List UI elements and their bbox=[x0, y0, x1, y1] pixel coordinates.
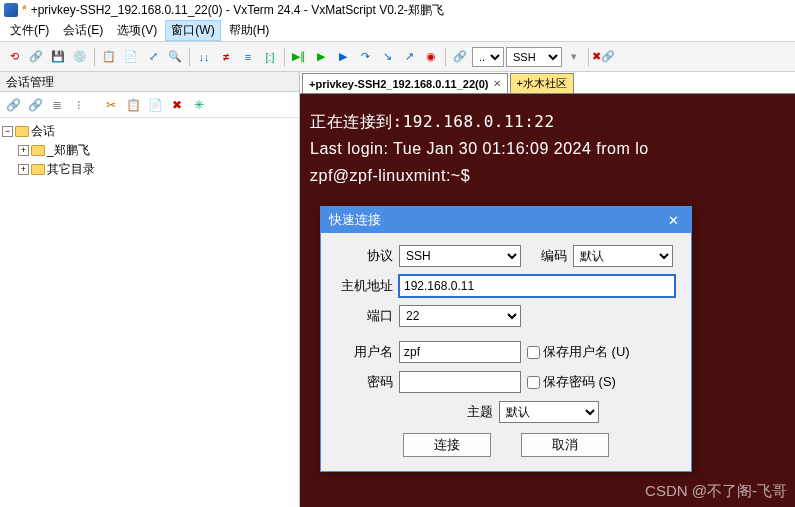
disk-icon[interactable]: 💿 bbox=[70, 47, 90, 67]
play3-icon[interactable]: ▶ bbox=[333, 47, 353, 67]
toolbar-combo-1[interactable]: ... bbox=[472, 47, 504, 67]
search-icon[interactable]: 🔍 bbox=[165, 47, 185, 67]
label-protocol: 协议 bbox=[337, 247, 393, 265]
window-title: +privkey-SSH2_192.168.0.11_22(0) - VxTer… bbox=[31, 2, 444, 19]
app-icon bbox=[4, 3, 18, 17]
port-select[interactable]: 22 bbox=[399, 305, 521, 327]
play-icon[interactable]: ▶∥ bbox=[289, 47, 309, 67]
session-tree: − 会话 + _郑鹏飞 + 其它目录 bbox=[0, 118, 299, 183]
toolbar-sep bbox=[189, 48, 190, 66]
dialog-titlebar: 快速连接 ✕ bbox=[321, 207, 691, 233]
play2-icon[interactable]: ▶ bbox=[311, 47, 331, 67]
tab-community[interactable]: +水木社区 bbox=[510, 73, 574, 93]
save-username-checkbox[interactable]: 保存用户名 (U) bbox=[527, 343, 630, 361]
expand-icon[interactable]: ⤢ bbox=[143, 47, 163, 67]
stepin-icon[interactable]: ↘ bbox=[377, 47, 397, 67]
dialog-body: 协议 SSH 编码 默认 主机地址 端口 22 用户名 保存用户名 (U) 密码… bbox=[321, 233, 691, 471]
notequal-icon[interactable]: ≠ bbox=[216, 47, 236, 67]
paste-icon[interactable]: 📄 bbox=[121, 47, 141, 67]
dropdown-icon[interactable]: ▾ bbox=[564, 47, 584, 67]
tree-node-label: 其它目录 bbox=[47, 161, 95, 178]
stepover-icon[interactable]: ↷ bbox=[355, 47, 375, 67]
password-input[interactable] bbox=[399, 371, 521, 393]
terminal-prompt: zpf@zpf-linuxmint:~$ bbox=[310, 162, 785, 189]
label-encoding: 编码 bbox=[541, 247, 567, 265]
tree-node-2[interactable]: + 其它目录 bbox=[2, 160, 297, 179]
group-icon[interactable]: [:] bbox=[260, 47, 280, 67]
sess-list-icon[interactable]: ≣ bbox=[48, 96, 66, 114]
save-icon[interactable]: 💾 bbox=[48, 47, 68, 67]
reconnect-icon[interactable]: ⟲ bbox=[4, 47, 24, 67]
encoding-select[interactable]: 默认 bbox=[573, 245, 673, 267]
session-sidebar: 会话管理 🔗 🔗 ≣ ⫶ ✂ 📋 📄 ✖ ✳ − 会话 + _郑鹏飞 bbox=[0, 72, 300, 507]
save-password-checkbox[interactable]: 保存密码 (S) bbox=[527, 373, 616, 391]
link-icon[interactable]: 🔗 bbox=[26, 47, 46, 67]
main-toolbar: ⟲ 🔗 💾 💿 📋 📄 ⤢ 🔍 ↓↓ ≠ ≡ [:] ▶∥ ▶ ▶ ↷ ↘ ↗ … bbox=[0, 42, 795, 72]
menu-options[interactable]: 选项(V) bbox=[111, 20, 163, 41]
terminal-tabbar: +privkey-SSH2_192.168.0.11_22(0) ✕ +水木社区 bbox=[300, 72, 795, 94]
folder-icon bbox=[31, 145, 45, 156]
sess-link-red-icon[interactable]: 🔗 bbox=[4, 96, 22, 114]
theme-select[interactable]: 默认 bbox=[499, 401, 599, 423]
label-user: 用户名 bbox=[337, 343, 393, 361]
tree-root-label: 会话 bbox=[31, 123, 55, 140]
sess-star-icon[interactable]: ✳ bbox=[190, 96, 208, 114]
link2-icon[interactable]: 🔗 bbox=[450, 47, 470, 67]
copy-icon[interactable]: 📋 bbox=[99, 47, 119, 67]
toolbar-sep bbox=[588, 48, 589, 66]
sess-copy-icon[interactable]: 📋 bbox=[124, 96, 142, 114]
tab-label: +水木社区 bbox=[517, 76, 567, 91]
collapse-icon[interactable]: − bbox=[2, 126, 13, 137]
connect-button[interactable]: 连接 bbox=[403, 433, 491, 457]
stepout-icon[interactable]: ↗ bbox=[399, 47, 419, 67]
expand-icon[interactable]: + bbox=[18, 145, 29, 156]
username-input[interactable] bbox=[399, 341, 521, 363]
tree-node-label: _郑鹏飞 bbox=[47, 142, 90, 159]
window-titlebar: * +privkey-SSH2_192.168.0.11_22(0) - VxT… bbox=[0, 0, 795, 20]
sidebar-title: 会话管理 bbox=[0, 72, 299, 92]
sess-sort-icon[interactable]: ⫶ bbox=[70, 96, 88, 114]
menu-session[interactable]: 会话(E) bbox=[57, 20, 109, 41]
stop-icon[interactable]: ◉ bbox=[421, 47, 441, 67]
tree-node-1[interactable]: + _郑鹏飞 bbox=[2, 141, 297, 160]
label-theme: 主题 bbox=[467, 403, 493, 421]
menu-file[interactable]: 文件(F) bbox=[4, 20, 55, 41]
label-pass: 密码 bbox=[337, 373, 393, 391]
disconnect-icon[interactable]: ✖🔗 bbox=[593, 47, 613, 67]
tab-session[interactable]: +privkey-SSH2_192.168.0.11_22(0) ✕ bbox=[302, 73, 508, 93]
toolbar-sep bbox=[445, 48, 446, 66]
toolbar-combo-protocol[interactable]: SSH bbox=[506, 47, 562, 67]
sess-cut-icon[interactable]: ✂ bbox=[102, 96, 120, 114]
terminal-line: 正在连接到:192.168.0.11:22 bbox=[310, 108, 785, 135]
expand-icon[interactable]: + bbox=[18, 164, 29, 175]
modified-star: * bbox=[22, 3, 27, 17]
quick-connect-dialog: 快速连接 ✕ 协议 SSH 编码 默认 主机地址 端口 22 用户名 保存用户名… bbox=[320, 206, 692, 472]
protocol-select[interactable]: SSH bbox=[399, 245, 521, 267]
folder-icon bbox=[31, 164, 45, 175]
terminal-line: Last login: Tue Jan 30 01:16:09 2024 fro… bbox=[310, 135, 785, 162]
sess-link-blue-icon[interactable]: 🔗 bbox=[26, 96, 44, 114]
dialog-title: 快速连接 bbox=[329, 211, 381, 229]
menubar: 文件(F) 会话(E) 选项(V) 窗口(W) 帮助(H) bbox=[0, 20, 795, 42]
label-host: 主机地址 bbox=[337, 277, 393, 295]
menu-help[interactable]: 帮助(H) bbox=[223, 20, 276, 41]
cancel-button[interactable]: 取消 bbox=[521, 433, 609, 457]
close-icon[interactable]: ✕ bbox=[493, 78, 501, 89]
toolbar-sep bbox=[284, 48, 285, 66]
lines-icon[interactable]: ≡ bbox=[238, 47, 258, 67]
close-icon[interactable]: ✕ bbox=[663, 210, 683, 230]
down-icon[interactable]: ↓↓ bbox=[194, 47, 214, 67]
label-port: 端口 bbox=[337, 307, 393, 325]
toolbar-sep bbox=[94, 48, 95, 66]
sess-paste-icon[interactable]: 📄 bbox=[146, 96, 164, 114]
host-input[interactable] bbox=[399, 275, 675, 297]
sess-delete-icon[interactable]: ✖ bbox=[168, 96, 186, 114]
tab-label: +privkey-SSH2_192.168.0.11_22(0) bbox=[309, 78, 489, 90]
sidebar-toolbar: 🔗 🔗 ≣ ⫶ ✂ 📋 📄 ✖ ✳ bbox=[0, 92, 299, 118]
tree-root[interactable]: − 会话 bbox=[2, 122, 297, 141]
folder-icon bbox=[15, 126, 29, 137]
menu-window[interactable]: 窗口(W) bbox=[165, 20, 220, 41]
